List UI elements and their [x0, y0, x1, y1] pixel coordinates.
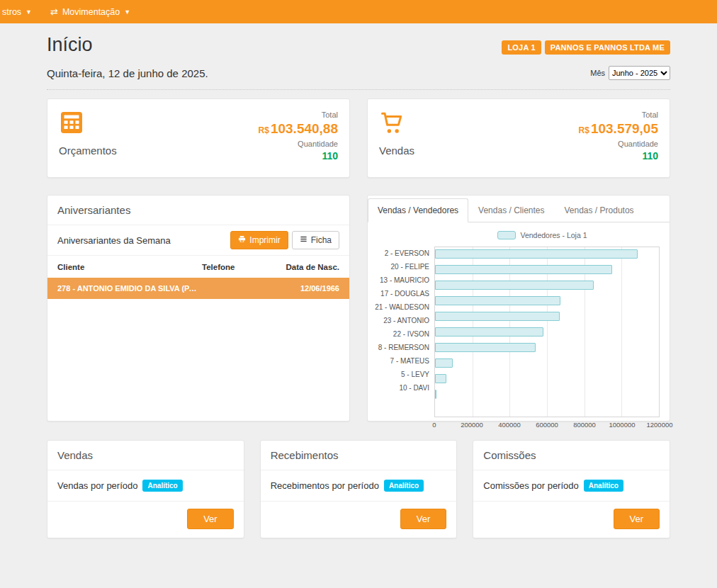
chart-bar-row — [435, 403, 659, 417]
main-content: Início LOJA 1 PANNOS E PANNOS LTDA ME Qu… — [47, 34, 670, 538]
chart-bar-row — [435, 374, 659, 388]
chart-bar[interactable] — [435, 265, 612, 274]
chart-bar-row — [435, 327, 659, 341]
store-badges: LOJA 1 PANNOS E PANNOS LTDA ME — [502, 40, 670, 55]
chart-category-label: 20 - FELIPE — [368, 260, 434, 273]
chart-bar-row — [435, 249, 659, 263]
date-row: Quinta-feira, 12 de junho de 2025. Mês J… — [47, 66, 670, 90]
cell-telefone — [202, 284, 267, 293]
orcamentos-card: Orçamentos Total R$103.540,88 Quantidade… — [47, 98, 350, 178]
analitico-badge: Analítico — [142, 480, 182, 492]
panel-title: Aniversariantes — [47, 196, 349, 225]
chart-bar[interactable] — [435, 249, 638, 259]
summary-cards-row: Orçamentos Total R$103.540,88 Quantidade… — [47, 98, 670, 178]
chart-x-tick-label: 400000 — [498, 421, 521, 429]
ver-button[interactable]: Ver — [614, 509, 660, 529]
chart-bar[interactable] — [435, 312, 560, 321]
nav-item-cadastros[interactable]: stros ▼ — [0, 0, 41, 23]
quantity-value: 110 — [579, 149, 658, 163]
nav-item-label: Movimentação — [62, 7, 120, 17]
birthdays-subtitle: Aniversariantes da Semana — [57, 235, 171, 246]
comissoes-report-card: Comissões Comissões por período Analític… — [473, 440, 670, 538]
card-body-text: Recebimentos por período — [271, 480, 379, 491]
card-title: Recebimentos — [261, 441, 457, 470]
nav-item-movimentacao[interactable]: ⇄ Movimentação ▼ — [41, 0, 140, 23]
chart-x-tick-label: 600000 — [536, 421, 558, 429]
tab-vendas-vendedores[interactable]: Vendas / Vendedores — [368, 198, 468, 222]
list-icon — [300, 235, 307, 245]
column-header-telefone: Telefone — [202, 263, 267, 271]
calculator-icon — [59, 110, 117, 138]
column-header-cliente: Cliente — [57, 263, 202, 271]
chart-category-label: 21 - WALDESON — [368, 300, 434, 314]
chart-bar[interactable] — [435, 296, 560, 305]
chart-x-tick-label: 1200000 — [647, 421, 673, 429]
chart-category-label: 7 - MATEUS — [368, 354, 434, 368]
ficha-button[interactable]: Ficha — [292, 231, 339, 249]
printer-icon — [238, 235, 246, 245]
total-amount: R$103.579,05 — [579, 120, 658, 139]
chart-categories: 2 - EVERSON20 - FELIPE13 - MAURICIO17 - … — [368, 247, 434, 431]
page-header: Início LOJA 1 PANNOS E PANNOS LTDA ME — [47, 34, 670, 56]
column-header-data-nasc: Data de Nasc. — [267, 263, 339, 271]
chart-bar-row — [435, 265, 659, 278]
tab-vendas-clientes[interactable]: Vendas / Clientes — [468, 198, 554, 222]
chart-bar[interactable] — [435, 281, 594, 290]
chart-category-label: 10 - DAVI — [368, 381, 434, 395]
recebimentos-report-card: Recebimentos Recebimentos por período An… — [260, 440, 458, 538]
cell-cliente: 278 - ANTONIO EMIDIO DA SILVA (PALE... — [57, 284, 202, 293]
analitico-badge: Analítico — [384, 480, 424, 492]
chart-bar-row — [435, 312, 659, 325]
birthday-table-row[interactable]: 278 - ANTONIO EMIDIO DA SILVA (PALE... 1… — [47, 278, 349, 299]
month-filter: Mês Junho - 2025 — [590, 66, 670, 80]
shopping-cart-icon — [379, 110, 414, 138]
card-label: Orçamentos — [59, 145, 117, 157]
print-button[interactable]: Imprimir — [230, 231, 288, 249]
quantity-value: 110 — [259, 149, 338, 163]
chart-category-label: 5 - LEVY — [368, 368, 434, 381]
birthdays-table-header: Cliente Telefone Data de Nasc. — [47, 256, 349, 278]
chart-bar[interactable] — [435, 327, 543, 337]
aniversariantes-panel: Aniversariantes Aniversariantes da Seman… — [47, 195, 350, 422]
chart-category-label: 8 - REMERSON — [368, 341, 434, 354]
tab-vendas-produtos[interactable]: Vendas / Produtos — [555, 198, 644, 222]
caret-down-icon: ▼ — [124, 9, 130, 16]
chart-bar[interactable] — [435, 343, 536, 352]
chart-category-label: 17 - DOUGLAS — [368, 287, 434, 300]
nav-item-label: stros — [2, 7, 21, 17]
chart-x-tick-label: 0 — [432, 421, 436, 429]
month-select[interactable]: Junho - 2025 — [609, 66, 670, 80]
chart-plot — [434, 247, 660, 417]
store-badge: LOJA 1 — [502, 40, 541, 55]
chart-category-label: 22 - IVSON — [368, 327, 434, 341]
caret-down-icon: ▼ — [26, 9, 32, 16]
chart-x-tick-label: 1000000 — [609, 421, 636, 429]
company-badge: PANNOS E PANNOS LTDA ME — [545, 40, 670, 55]
chart-bar-row — [435, 358, 659, 372]
card-body-text: Comissões por período — [483, 480, 578, 491]
vendas-report-card: Vendas Vendas por período Analítico Ver — [47, 440, 244, 538]
chart-bar[interactable] — [435, 374, 446, 383]
quantity-label: Quantidade — [259, 139, 338, 149]
chart-plot-rows — [435, 249, 659, 417]
chart-x-tick-label: 200000 — [461, 421, 483, 429]
transfer-icon: ⇄ — [50, 6, 58, 17]
chart-bar[interactable] — [435, 390, 436, 399]
month-label: Mês — [590, 69, 605, 77]
legend-label: Vendedores - Loja 1 — [521, 231, 587, 239]
chart-x-tick-label: 800000 — [573, 421, 596, 429]
vendas-card: Vendas Total R$103.579,05 Quantidade 110 — [367, 98, 670, 178]
chart-bar-row — [435, 281, 659, 294]
quantity-label: Quantidade — [579, 139, 658, 149]
sales-chart-panel: Vendas / Vendedores Vendas / Clientes Ve… — [367, 195, 670, 422]
chart-bar[interactable] — [435, 358, 453, 368]
legend-swatch — [497, 231, 516, 239]
analitico-badge: Analítico — [584, 480, 623, 492]
chart-category-label: 2 - EVERSON — [368, 247, 434, 260]
ver-button[interactable]: Ver — [400, 509, 447, 529]
chart-bar-row — [435, 296, 659, 310]
chart-legend[interactable]: Vendedores - Loja 1 — [424, 231, 660, 239]
chart-bar-row — [435, 390, 659, 403]
sales-tabs: Vendas / Vendedores Vendas / Clientes Ve… — [368, 196, 670, 222]
ver-button[interactable]: Ver — [187, 509, 234, 529]
